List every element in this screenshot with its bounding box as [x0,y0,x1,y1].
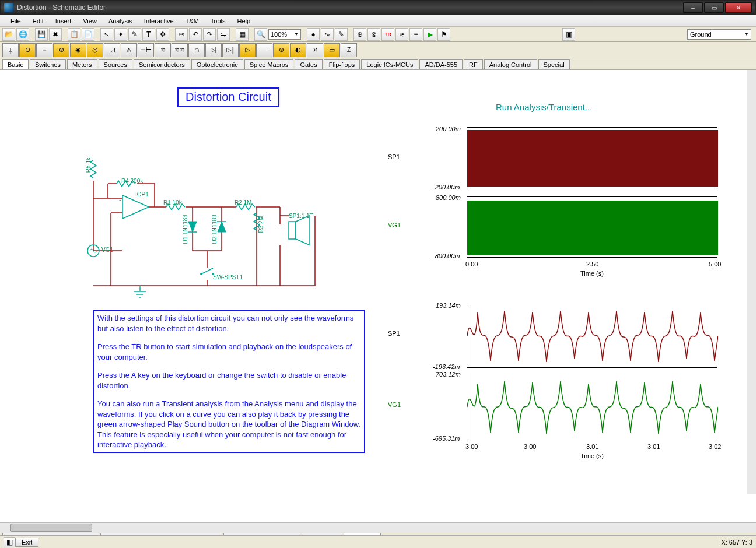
comp-inductor-icon[interactable]: ≋ [155,43,171,57]
flag-icon[interactable]: ⚑ [438,28,450,41]
chart2-xt2: 3.01 [586,443,598,450]
tab-gates[interactable]: Gates [295,59,322,69]
svg-marker-26 [188,222,197,232]
tab-adda555[interactable]: AD/DA-555 [419,59,463,69]
comp-relay-icon[interactable]: ▭ [324,43,340,57]
exit-button[interactable]: Exit [15,538,38,547]
menu-tm[interactable]: T&M [180,16,205,26]
copy-icon[interactable]: 📋 [68,28,80,41]
chart2-sp1-plot[interactable] [467,304,718,368]
comp-motor-icon[interactable]: ◐ [290,43,306,57]
comp-pulse-source-icon[interactable]: ◎ [87,43,103,57]
window-title: Distortion - Schematic Editor [17,3,683,12]
move-icon[interactable]: ✥ [156,28,169,41]
comp-lamp-icon[interactable]: ⊗ [273,43,289,57]
tab-optoelectronic[interactable]: Optoelectronic [191,59,243,69]
vertical-scrollbar[interactable] [747,70,756,494]
tab-logic-ics[interactable]: Logic ICs-MCUs [361,59,418,69]
rotate-right-icon[interactable]: ↷ [203,28,216,41]
grid-icon[interactable]: ▦ [236,28,249,41]
probe-icon[interactable]: ✎ [335,28,348,41]
open-icon[interactable]: 📂 [2,28,15,41]
globe-icon[interactable]: 🌐 [16,28,29,41]
chart2-xlabel: Time (s) [580,452,604,459]
run-analysis-link[interactable]: Run Analysis/Transient... [496,102,592,112]
tab-basic[interactable]: Basic [2,59,29,69]
chart2-xt4: 3.02 [709,443,721,450]
comp-potentiometer-icon[interactable]: ⩚ [121,43,137,57]
scope-icon[interactable]: ≡ [410,28,422,41]
chart1-xt2: 5.00 [709,261,721,268]
menu-edit[interactable]: Edit [27,16,50,26]
comp-capacitor-icon[interactable]: ⊣⊢ [138,43,154,57]
tab-analog-control[interactable]: Analog Control [484,59,537,69]
text-icon[interactable]: T [142,28,155,41]
menu-help[interactable]: Help [232,16,257,26]
tr-icon[interactable]: TR [382,28,394,41]
rotate-left-icon[interactable]: ↶ [189,28,202,41]
play-icon[interactable]: ▶ [424,28,436,41]
comp-ac-source-icon[interactable]: ◉ [70,43,86,57]
tab-rf[interactable]: RF [464,59,483,69]
node-icon[interactable]: ✦ [114,28,127,41]
save-icon[interactable]: 💾 [35,28,48,41]
meter1-icon[interactable]: ⊕ [354,28,366,41]
menu-insert[interactable]: Insert [50,16,78,26]
comp-diode-icon[interactable]: ▷| [205,43,222,57]
tab-meters[interactable]: Meters [67,59,97,69]
cut-icon[interactable]: ✂ [175,28,188,41]
chart1-sp1-plot[interactable] [467,127,718,188]
tab-special[interactable]: Special [538,59,570,69]
comp-voltage-source-icon[interactable]: ⊖ [19,43,36,57]
pointer-icon[interactable]: ↖ [100,28,113,41]
chart2-vg1-bot: -695.31m [433,435,460,442]
comp-switch-icon[interactable]: ⤫ [307,43,323,57]
comp-zener-icon[interactable]: ▷‖ [222,43,239,57]
chart1-vg1-plot[interactable] [467,196,718,258]
paste-icon[interactable]: 📄 [82,28,94,41]
scrollbar-thumb[interactable] [10,524,92,532]
canvas[interactable]: Distortion Circuit - + [0,70,756,494]
wire-icon[interactable]: ✎ [128,28,141,41]
chevron-down-icon: ▼ [294,31,300,37]
comp-battery-icon[interactable]: ⎓ [36,43,52,57]
minimize-button[interactable]: – [683,2,703,13]
pin-label-icon[interactable]: ▣ [562,28,575,41]
close-file-icon[interactable]: ✖ [49,28,62,41]
tab-switches[interactable]: Switches [30,59,66,69]
menu-file[interactable]: File [5,16,27,26]
label-r3: R3 2M [258,216,264,233]
menu-tools[interactable]: Tools [205,16,232,26]
run-ac-icon[interactable]: ∿ [321,28,334,41]
comp-opamp-icon[interactable]: ▷ [239,43,256,57]
tab-spice-macros[interactable]: Spice Macros [244,59,294,69]
comp-current-source-icon[interactable]: ⊘ [53,43,69,57]
signal-icon[interactable]: ≋ [396,28,408,41]
menu-view[interactable]: View [77,16,103,26]
tab-semiconductors[interactable]: Semiconductors [134,59,190,69]
comp-coupled-icon[interactable]: ⫙ [188,43,205,57]
menu-analysis[interactable]: Analysis [103,16,138,26]
tab-flipflops[interactable]: Flip-flops [324,59,360,69]
status-icon[interactable]: ◧ [4,537,15,547]
maximize-button[interactable]: ▭ [704,2,724,13]
svg-marker-0 [123,195,149,219]
comp-transformer-icon[interactable]: ≋≋ [172,43,188,57]
run-dc-icon[interactable]: ● [307,28,320,41]
chart2-sp1-top: 193.14m [436,302,461,309]
meter2-icon[interactable]: ⊗ [368,28,380,41]
zoom-combo[interactable]: 100% ▼ [268,29,301,40]
mirror-icon[interactable]: ⇋ [217,28,230,41]
label-r4: R4 200k [121,178,143,184]
ground-dropdown[interactable]: Ground ▼ [687,29,751,40]
comp-impedance-icon[interactable]: Z [341,43,357,57]
tab-sources[interactable]: Sources [99,59,132,69]
zoom-icon[interactable]: 🔍 [254,28,267,41]
close-button[interactable]: ✕ [725,2,752,13]
comp-jumper-icon[interactable]: — [256,43,272,57]
comp-ground-icon[interactable]: ⏚ [2,43,19,57]
chart2-vg1-plot[interactable] [467,373,718,440]
menu-interactive[interactable]: Interactive [138,16,180,26]
comp-resistor-icon[interactable]: ⩘ [104,43,120,57]
horizontal-scrollbar[interactable] [0,522,756,532]
